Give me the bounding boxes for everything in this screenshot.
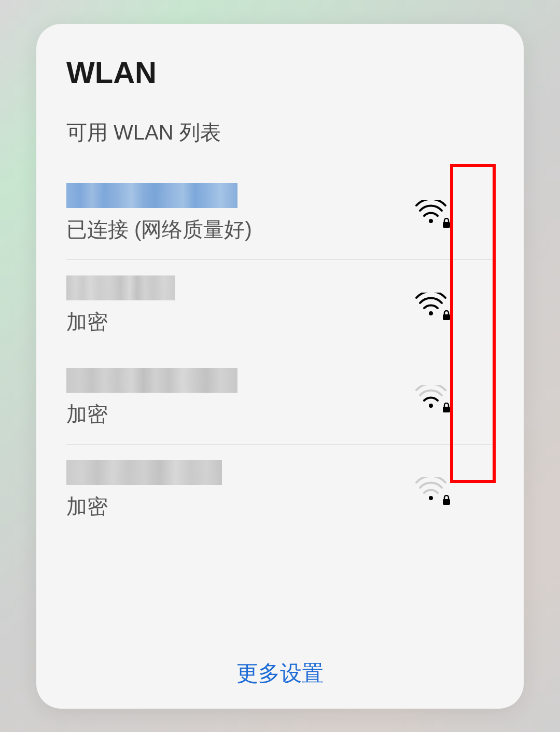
wifi-network-item[interactable]: 加密 xyxy=(66,445,494,536)
wifi-status-label: 已连接 (网络质量好) xyxy=(66,215,252,244)
lock-icon xyxy=(442,218,451,228)
wifi-status-label: 加密 xyxy=(66,400,237,429)
svg-rect-3 xyxy=(443,499,450,505)
wifi-network-item[interactable]: 加密 xyxy=(66,260,494,352)
page-title: WLAN xyxy=(66,55,494,90)
lock-icon xyxy=(442,310,451,321)
more-settings-link[interactable]: 更多设置 xyxy=(236,661,324,685)
wifi-signal-icon xyxy=(415,293,447,319)
wifi-name-redacted xyxy=(66,183,237,208)
svg-rect-0 xyxy=(443,222,450,228)
more-settings-container: 更多设置 xyxy=(66,646,494,693)
lock-icon xyxy=(442,495,451,505)
wifi-name-redacted xyxy=(66,460,222,485)
wifi-signal-icon xyxy=(415,385,447,411)
wifi-network-list: 已连接 (网络质量好) xyxy=(66,168,494,646)
wifi-signal-icon xyxy=(415,477,447,503)
wifi-network-item[interactable]: 加密 xyxy=(66,352,494,445)
svg-rect-1 xyxy=(443,314,450,320)
svg-rect-2 xyxy=(443,407,450,412)
wlan-card: WLAN 可用 WLAN 列表 已连接 (网络质量好) xyxy=(36,24,524,709)
available-networks-label: 可用 WLAN 列表 xyxy=(66,118,494,147)
wifi-status-label: 加密 xyxy=(66,492,222,521)
wifi-name-redacted xyxy=(66,368,237,393)
wifi-network-item[interactable]: 已连接 (网络质量好) xyxy=(66,168,494,260)
wifi-signal-icon xyxy=(415,200,447,226)
wifi-name-redacted xyxy=(66,275,175,300)
wifi-status-label: 加密 xyxy=(66,308,175,336)
lock-icon xyxy=(442,403,451,413)
